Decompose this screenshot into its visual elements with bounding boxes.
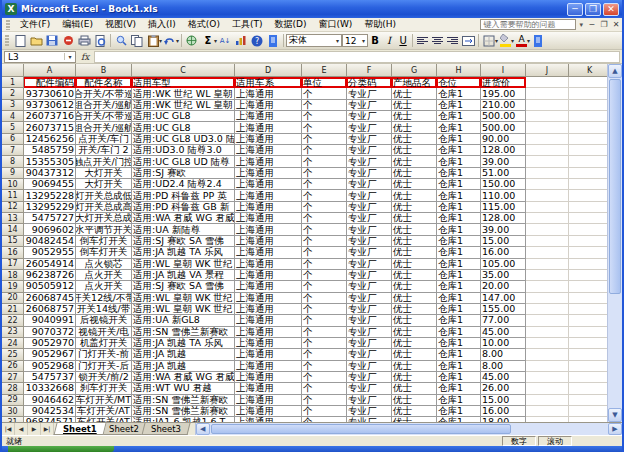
cell[interactable]: 适用:WK 世纪 WL 皇朝 <box>132 88 235 99</box>
cell[interactable] <box>526 338 569 349</box>
cell[interactable]: 专业厂 <box>347 134 392 145</box>
cell[interactable]: 专业厂 <box>347 236 392 247</box>
cell[interactable]: 上海通用 <box>235 247 302 258</box>
row-number[interactable]: 28 <box>2 383 24 394</box>
cell[interactable]: 16.00 <box>481 406 526 417</box>
cell[interactable]: 个 <box>302 361 347 372</box>
cell[interactable]: 110.00 <box>481 190 526 201</box>
cell[interactable]: 大灯开关 <box>76 168 132 179</box>
cell[interactable] <box>526 224 569 235</box>
cell[interactable]: 车灯开关/AT <box>76 406 132 417</box>
cell[interactable]: 9046462 <box>24 395 76 406</box>
cell[interactable]: 优士 <box>392 327 437 338</box>
cell[interactable]: 128.00 <box>481 145 526 156</box>
cell[interactable] <box>569 179 607 190</box>
cell[interactable]: 专业厂 <box>347 88 392 99</box>
cell[interactable]: 仓库1 <box>437 293 481 304</box>
cell[interactable]: 仓库1 <box>437 270 481 281</box>
cell[interactable]: 10332668 <box>24 383 76 394</box>
cell[interactable]: 9042534 <box>24 406 76 417</box>
cell[interactable] <box>569 395 607 406</box>
restore-button[interactable]: ❐ <box>585 3 601 16</box>
cell[interactable]: 仓库1 <box>437 156 481 167</box>
cell[interactable]: 9040991 <box>24 315 76 326</box>
cell[interactable] <box>569 100 607 111</box>
cell[interactable]: 93730610 <box>24 88 76 99</box>
cell[interactable]: 上海通用 <box>235 100 302 111</box>
font-name-select[interactable]: 宋体▾ <box>286 34 342 47</box>
cell[interactable]: 适用:SN 雪佛兰新赛欧 <box>132 395 235 406</box>
cell[interactable] <box>569 111 607 122</box>
cell[interactable]: 77.00 <box>481 315 526 326</box>
cell[interactable] <box>526 111 569 122</box>
cell[interactable]: 产地品名 <box>392 77 437 88</box>
cell[interactable]: 专业厂 <box>347 361 392 372</box>
column-header-E[interactable]: E <box>302 64 347 77</box>
cell[interactable]: 仓库1 <box>437 259 481 270</box>
help-icon[interactable]: ? <box>249 33 265 48</box>
cell[interactable]: 90482454 <box>24 236 76 247</box>
cell[interactable]: 适用:JA 凯越 TA 乐风 <box>132 247 235 258</box>
cell[interactable]: 适用:WL 皇朝 WK 世纪 <box>132 293 235 304</box>
underline-button[interactable]: U <box>396 35 410 46</box>
row-number[interactable]: 7 <box>2 145 24 156</box>
cell[interactable] <box>526 327 569 338</box>
cell[interactable]: 适用:JA 凯越 VA 景程 <box>132 270 235 281</box>
cell[interactable]: 适用:JA 凯越 <box>132 361 235 372</box>
cell[interactable]: 大灯开关总成 <box>76 213 132 224</box>
cell[interactable]: 个 <box>302 338 347 349</box>
cell[interactable]: 上海通用 <box>235 111 302 122</box>
cell[interactable]: 26068757 <box>24 304 76 315</box>
cell[interactable]: 适用车型 <box>132 77 235 88</box>
cell[interactable]: 后视镜开关 <box>76 315 132 326</box>
cell[interactable]: 5475737 <box>24 372 76 383</box>
cell[interactable]: 专业厂 <box>347 213 392 224</box>
align-center-button[interactable] <box>432 36 443 45</box>
cell[interactable]: 上海通用 <box>235 270 302 281</box>
italic-button[interactable]: I <box>382 35 396 46</box>
cell[interactable]: 点火开关 <box>76 270 132 281</box>
row-number[interactable]: 17 <box>2 259 24 270</box>
cell[interactable]: 专业厂 <box>347 417 392 422</box>
cell[interactable]: 仓库1 <box>437 145 481 156</box>
cell[interactable]: 仓库1 <box>437 88 481 99</box>
cell[interactable]: 5485759 <box>24 145 76 156</box>
cell[interactable]: 开关12线/不带 <box>76 293 132 304</box>
cell[interactable]: 适用车系 <box>235 77 302 88</box>
cell[interactable]: 个 <box>302 145 347 156</box>
cell[interactable]: 优士 <box>392 202 437 213</box>
cell[interactable] <box>569 236 607 247</box>
cell[interactable]: 上海通用 <box>235 236 302 247</box>
column-header-H[interactable]: H <box>437 64 481 77</box>
cell[interactable]: 仓库1 <box>437 361 481 372</box>
cell[interactable]: 专业厂 <box>347 327 392 338</box>
cell[interactable] <box>569 270 607 281</box>
cell[interactable] <box>569 134 607 145</box>
cell[interactable]: 配件编码 <box>24 77 76 88</box>
cell[interactable]: 专业厂 <box>347 122 392 133</box>
row-number[interactable]: 31 <box>2 417 24 422</box>
cell[interactable]: 15.00 <box>481 236 526 247</box>
cell[interactable] <box>569 281 607 292</box>
vertical-scroll-thumb[interactable] <box>609 79 621 294</box>
cell[interactable] <box>526 134 569 145</box>
row-number[interactable]: 29 <box>2 395 24 406</box>
cell[interactable]: 18.00 <box>481 417 526 422</box>
row-number[interactable]: 8 <box>2 156 24 167</box>
cell[interactable] <box>526 315 569 326</box>
cell[interactable]: 专业厂 <box>347 224 392 235</box>
cell[interactable]: 个 <box>302 417 347 422</box>
cell[interactable]: 专业厂 <box>347 315 392 326</box>
cell[interactable]: 仓库1 <box>437 190 481 201</box>
cell[interactable]: 适用:WA 君威 WG 君威 <box>132 372 235 383</box>
cell[interactable] <box>526 190 569 201</box>
cell[interactable]: 专业厂 <box>347 304 392 315</box>
chart-wizard-icon[interactable] <box>233 33 249 48</box>
cell[interactable]: 专业厂 <box>347 281 392 292</box>
formatting-toolbar-options-icon[interactable] <box>530 33 546 48</box>
cell[interactable] <box>569 406 607 417</box>
windows-taskbar[interactable] <box>2 446 622 452</box>
cell[interactable]: 开关/车门 2 <box>76 145 132 156</box>
cell[interactable]: 个 <box>302 202 347 213</box>
row-number[interactable]: 3 <box>2 100 24 111</box>
